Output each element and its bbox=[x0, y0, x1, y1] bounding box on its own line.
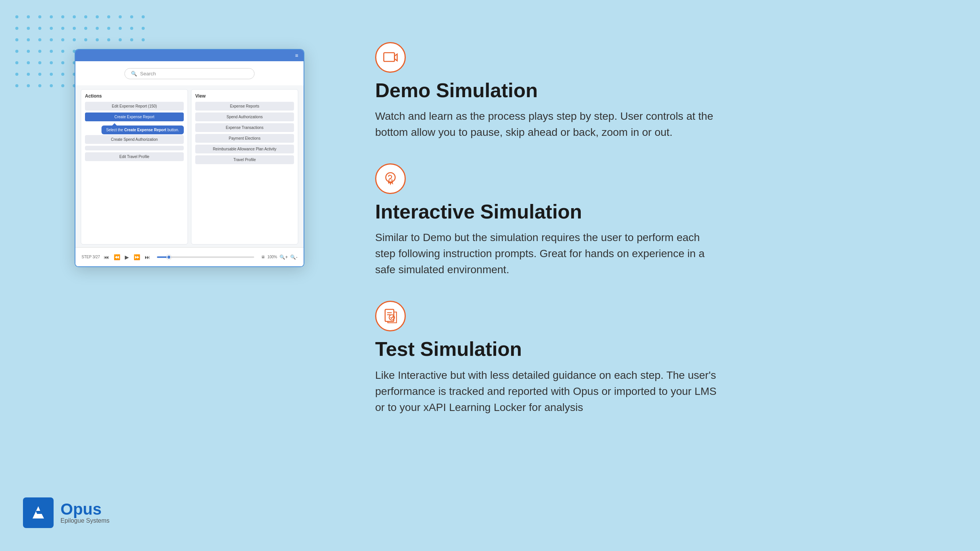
test-icon-circle bbox=[375, 301, 406, 331]
browser-mockup: ≡ 🔍 Search Actions Edit Expense Report (… bbox=[75, 49, 304, 267]
interactive-title: Interactive Simulation bbox=[375, 201, 877, 223]
tooltip-prefix: Select the bbox=[106, 128, 124, 132]
svg-marker-7 bbox=[33, 506, 44, 518]
logo-icon bbox=[29, 503, 48, 522]
search-placeholder: Search bbox=[140, 71, 156, 77]
feature-demo: Demo Simulation Watch and learn as the p… bbox=[375, 42, 877, 140]
logo-text-area: Opus Epilogue Systems bbox=[60, 501, 109, 524]
video-icon bbox=[382, 49, 399, 65]
pointer-icon bbox=[382, 171, 399, 187]
zoom-controls: 🖥 100% 🔍+ 🔍- bbox=[261, 254, 297, 260]
tooltip-suffix: button. bbox=[166, 128, 179, 132]
view-panel: View Expense Reports Spend Authorization… bbox=[191, 89, 298, 245]
skip-to-end-btn[interactable]: ⏭ bbox=[145, 254, 150, 260]
edit-travel-profile-btn[interactable]: Edit Travel Profile bbox=[85, 152, 184, 161]
view-title: View bbox=[195, 93, 294, 99]
progress-track[interactable] bbox=[157, 256, 254, 258]
demo-icon-circle bbox=[375, 42, 406, 73]
menu-icon: ≡ bbox=[295, 52, 299, 59]
rewind-btn[interactable]: ⏪ bbox=[114, 254, 120, 260]
view-travel-profile-btn[interactable]: Travel Profile bbox=[195, 155, 294, 164]
browser-content: 🔍 Search Actions Edit Expense Report (15… bbox=[75, 61, 304, 247]
skip-to-start-btn[interactable]: ⏮ bbox=[104, 254, 109, 260]
search-bar[interactable]: 🔍 Search bbox=[124, 68, 255, 79]
step-label: STEP 3/27 bbox=[82, 255, 100, 259]
player-bar: STEP 3/27 ⏮ ⏪ ▶ ⏩ ⏭ 🖥 100% 🔍+ 🔍- bbox=[75, 247, 304, 266]
view-reimbursable-btn[interactable]: Reimbursable Allowance Plan Activity bbox=[195, 145, 294, 153]
view-payment-elections-btn[interactable]: Payment Elections bbox=[195, 134, 294, 143]
tooltip-bold: Create Expense Report bbox=[124, 128, 166, 132]
play-btn[interactable]: ▶ bbox=[125, 254, 129, 260]
zoom-out-btn[interactable]: 🔍- bbox=[290, 254, 297, 260]
main-area: Actions Edit Expense Report (150) Create… bbox=[75, 85, 304, 247]
svg-rect-0 bbox=[384, 53, 395, 62]
screen-icon: 🖥 bbox=[261, 255, 265, 259]
edit-expense-report-btn[interactable]: Edit Expense Report (150) bbox=[85, 102, 184, 111]
demo-desc: Watch and learn as the process plays ste… bbox=[375, 108, 720, 140]
test-title: Test Simulation bbox=[375, 338, 877, 360]
interactive-icon-circle bbox=[375, 163, 406, 194]
demo-title: Demo Simulation bbox=[375, 80, 877, 101]
zoom-in-btn[interactable]: 🔍+ bbox=[279, 254, 288, 260]
search-bar-area: 🔍 Search bbox=[75, 61, 304, 85]
actions-panel: Actions Edit Expense Report (150) Create… bbox=[81, 89, 188, 245]
view-expense-reports-btn[interactable]: Expense Reports bbox=[195, 102, 294, 111]
blank-btn bbox=[85, 146, 184, 150]
view-spend-auth-btn[interactable]: Spend Authorizations bbox=[195, 112, 294, 121]
actions-title: Actions bbox=[85, 93, 184, 99]
progress-thumb bbox=[167, 255, 171, 259]
create-spend-auth-btn[interactable]: Create Spend Authorization bbox=[85, 135, 184, 144]
player-controls[interactable]: ⏮ ⏪ ▶ ⏩ ⏭ bbox=[104, 254, 150, 260]
zoom-level: 100% bbox=[267, 255, 277, 259]
logo-subtitle: Epilogue Systems bbox=[60, 517, 109, 524]
logo-area: Opus Epilogue Systems bbox=[23, 497, 109, 528]
feature-interactive: Interactive Simulation Similar to Demo b… bbox=[375, 163, 877, 278]
document-check-icon bbox=[382, 308, 399, 324]
fast-forward-btn[interactable]: ⏩ bbox=[134, 254, 140, 260]
search-icon: 🔍 bbox=[131, 71, 137, 77]
logo-box bbox=[23, 497, 54, 528]
logo-name: Opus bbox=[60, 501, 109, 517]
browser-titlebar: ≡ bbox=[75, 50, 304, 61]
test-desc: Like Interactive but with less detailed … bbox=[375, 367, 720, 416]
view-expense-transactions-btn[interactable]: Expense Transactions bbox=[195, 123, 294, 132]
feature-test: Test Simulation Like Interactive but wit… bbox=[375, 301, 877, 415]
create-expense-report-btn[interactable]: Create Expense Report bbox=[85, 112, 184, 121]
interactive-desc: Similar to Demo but the simulation requi… bbox=[375, 230, 720, 278]
right-panel: Demo Simulation Watch and learn as the p… bbox=[329, 19, 923, 461]
svg-point-2 bbox=[386, 173, 395, 182]
tooltip-bubble: Select the Create Expense Report button. bbox=[101, 126, 184, 134]
